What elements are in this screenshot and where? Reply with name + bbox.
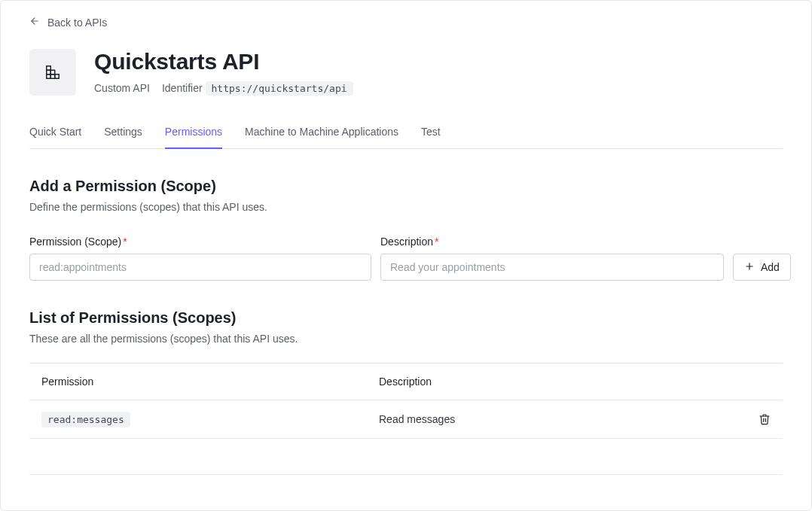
row-scope: read:messages (41, 412, 130, 427)
description-input[interactable] (380, 254, 724, 281)
scope-input[interactable] (29, 254, 371, 281)
tab-quick-start[interactable]: Quick Start (29, 126, 81, 148)
svg-rect-1 (47, 75, 51, 79)
permissions-table: Permission Description read:messages Rea… (29, 363, 783, 475)
add-permission-subtext: Define the permissions (scopes) that thi… (29, 201, 783, 213)
table-row: read:messages Read messages (29, 400, 783, 439)
tab-permissions[interactable]: Permissions (165, 126, 222, 148)
api-header: Quickstarts API Custom API Identifier ht… (29, 49, 783, 96)
svg-rect-5 (47, 70, 51, 75)
api-title: Quickstarts API (94, 49, 353, 75)
tab-test[interactable]: Test (421, 126, 441, 148)
svg-rect-3 (55, 75, 60, 79)
scope-label: Permission (Scope)* (29, 236, 371, 248)
tab-settings[interactable]: Settings (104, 126, 142, 148)
plus-icon (744, 261, 755, 274)
arrow-left-icon (29, 16, 40, 29)
list-permissions-heading: List of Permissions (Scopes) (29, 309, 783, 327)
svg-rect-2 (50, 75, 55, 79)
col-permission: Permission (41, 376, 379, 388)
row-description: Read messages (379, 413, 740, 425)
delete-permission-button[interactable] (759, 412, 771, 426)
add-button-label: Add (761, 261, 780, 273)
table-footer-spacer (29, 439, 783, 475)
api-icon (29, 49, 76, 96)
back-to-apis-link[interactable]: Back to APIs (29, 16, 107, 29)
tabs: Quick Start Settings Permissions Machine… (29, 126, 783, 149)
trash-icon (759, 412, 771, 426)
list-permissions-subtext: These are all the permissions (scopes) t… (29, 333, 783, 345)
add-permission-heading: Add a Permission (Scope) (29, 178, 783, 195)
svg-rect-4 (50, 70, 55, 75)
api-type: Custom API (94, 82, 150, 94)
tab-m2m-applications[interactable]: Machine to Machine Applications (245, 126, 398, 148)
col-description: Description (379, 376, 740, 388)
identifier-label: Identifier (162, 82, 203, 94)
svg-rect-6 (47, 66, 51, 71)
back-link-text: Back to APIs (47, 17, 107, 29)
identifier-value: https://quickstarts/api (206, 81, 353, 96)
add-button[interactable]: Add (733, 254, 791, 281)
description-label: Description* (380, 236, 724, 248)
